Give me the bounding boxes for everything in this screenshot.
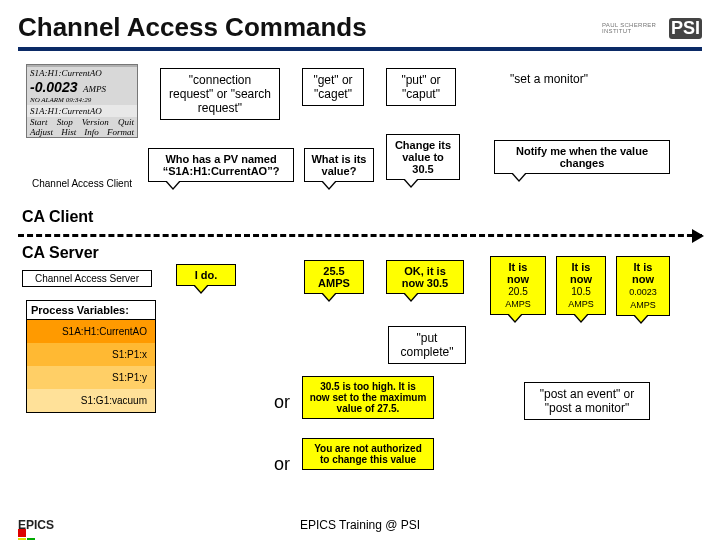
client-window-alarm: NO ALARM 09:34:29	[27, 95, 137, 105]
btn-hist: Hist	[61, 127, 76, 137]
server-caption: Channel Access Server	[22, 270, 152, 287]
btn-stop: Stop	[57, 117, 73, 127]
now1-a: It is now	[497, 261, 539, 285]
client-window: S1A:H1:CurrentAO -0.0023 AMPS NO ALARM 0…	[26, 64, 138, 138]
client-window-pv2: S1A:H1:CurrentAO	[27, 105, 137, 117]
footer-text: EPICS Training @ PSI	[0, 518, 720, 532]
btn-version: Version	[82, 117, 109, 127]
client-window-units: AMPS	[83, 84, 106, 94]
pv-box-header: Process Variables:	[27, 301, 155, 320]
client-window-value: -0.0023	[27, 79, 80, 95]
btn-quit: Quit	[118, 117, 134, 127]
bubble-connection-request: "connection request" or "search request"	[160, 68, 280, 120]
bubble-what-value: What is its value?	[304, 148, 374, 182]
bubble-notify: Notify me when the value changes	[494, 140, 670, 174]
btn-info: Info	[84, 127, 99, 137]
now1-c: AMPS	[505, 299, 531, 309]
or-label-2: or	[274, 454, 290, 475]
now1-b: 20.5	[508, 286, 527, 297]
client-window-pv: S1A:H1:CurrentAO	[27, 67, 137, 79]
now2-c: AMPS	[568, 299, 594, 309]
pv-item: S1:P1:y	[27, 366, 155, 389]
now3-a: It is now	[623, 261, 663, 285]
bubble-value-25-5: 25.5 AMPS	[304, 260, 364, 294]
pv-item: S1:G1:vacuum	[27, 389, 155, 412]
process-variables-box: Process Variables: S1A:H1:CurrentAO S1:P…	[26, 300, 156, 413]
slide: Channel Access Commands PAUL SCHERRER IN…	[0, 0, 720, 540]
bubble-get: "get" or "caget"	[302, 68, 364, 106]
btn-adjust: Adjust	[30, 127, 53, 137]
bubble-change-value: Change its value to 30.5	[386, 134, 460, 180]
now2-a: It is now	[563, 261, 599, 285]
bubble-post-event: "post an event" or "post a monitor"	[524, 382, 650, 420]
client-caption: Channel Access Client	[28, 178, 136, 189]
client-window-row1: Start Stop Version Quit	[27, 117, 137, 127]
client-window-row2: Adjust Hist Info Format	[27, 127, 137, 137]
bubble-put-complete: "put complete"	[388, 326, 466, 364]
bubble-ok-30-5: OK, it is now 30.5	[386, 260, 464, 294]
bubble-now-0-0023: It is now 0.0023 AMPS	[616, 256, 670, 316]
page-title: Channel Access Commands	[18, 12, 702, 43]
pv-item: S1A:H1:CurrentAO	[27, 320, 155, 343]
bubble-now-20-5: It is now 20.5 AMPS	[490, 256, 546, 315]
now2-b: 10.5	[571, 286, 590, 297]
btn-format: Format	[107, 127, 134, 137]
now3-c: AMPS	[630, 300, 656, 310]
title-rule	[18, 47, 702, 51]
bubble-who-has-pv: Who has a PV named “S1A:H1:CurrentAO”?	[148, 148, 294, 182]
bubble-put: "put" or "caput"	[386, 68, 456, 106]
zone-client-label: CA Client	[22, 208, 93, 226]
btn-start: Start	[30, 117, 48, 127]
zone-server-label: CA Server	[22, 244, 99, 262]
bubble-now-10-5: It is now 10.5 AMPS	[556, 256, 606, 315]
client-server-divider	[18, 234, 702, 237]
epics-logo-squares	[18, 529, 44, 540]
bubble-set-monitor: "set a monitor"	[494, 68, 604, 90]
bubble-too-high: 30.5 is too high. It is now set to the m…	[302, 376, 434, 419]
now3-b: 0.0023	[629, 287, 657, 297]
or-label-1: or	[274, 392, 290, 413]
bubble-not-authorized: You are not authorized to change this va…	[302, 438, 434, 470]
bubble-i-do: I do.	[176, 264, 236, 286]
pv-item: S1:P1:x	[27, 343, 155, 366]
